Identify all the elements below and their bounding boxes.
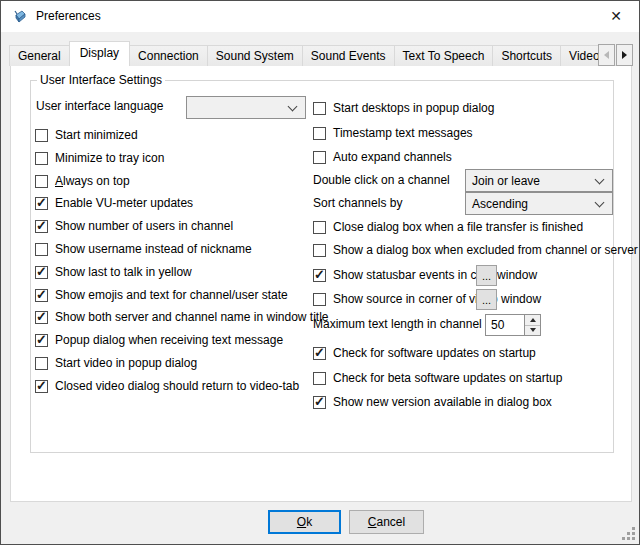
checkbox-start-minimized[interactable]: ✓ Start minimized [35, 125, 138, 145]
checkbox: ✓ [313, 127, 326, 140]
check-icon: ✓ [36, 218, 47, 233]
checkbox: ✓ [35, 243, 48, 256]
checkbox: ✓ [35, 220, 48, 233]
checkbox: ✓ [35, 152, 48, 165]
app-icon [12, 9, 28, 25]
window-title: Preferences [36, 1, 101, 32]
check-icon: ✓ [314, 394, 325, 409]
resize-grip[interactable] [621, 526, 635, 540]
checkbox-show-server-channel-name[interactable]: ✓ Show both server and channel name in w… [35, 307, 329, 327]
tab-scroll-buttons [597, 44, 633, 66]
check-icon: ✓ [36, 332, 47, 347]
check-icon: ✓ [36, 309, 47, 324]
arrow-up-icon [530, 318, 536, 322]
tab-bar: General Display Connection Sound System … [9, 41, 633, 66]
title-bar[interactable]: Preferences ✕ [1, 1, 639, 32]
language-label: User interface language [36, 96, 163, 116]
checkbox-check-beta-updates[interactable]: ✓ Check for beta software updates on sta… [313, 368, 562, 388]
check-icon: ✓ [36, 287, 47, 302]
close-button[interactable]: ✕ [603, 4, 629, 28]
user-interface-settings-group: User Interface Settings User interface l… [30, 80, 614, 453]
checkbox: ✓ [35, 357, 48, 370]
chevron-down-icon [595, 174, 605, 184]
checkbox: ✓ [35, 289, 48, 302]
checkbox-show-number-of-users[interactable]: ✓ Show number of users in channel [35, 216, 233, 236]
checkbox-popup-dialog-text-message[interactable]: ✓ Popup dialog when receiving text messa… [35, 330, 283, 350]
check-icon: ✓ [36, 378, 47, 393]
checkbox: ✓ [35, 266, 48, 279]
checkbox: ✓ [313, 347, 326, 360]
chevron-down-icon [595, 197, 605, 207]
checkbox-video-source[interactable]: ✓ Show source in corner of video window [313, 289, 541, 309]
checkbox-show-dialog-excluded[interactable]: ✓ Show a dialog box when excluded from c… [313, 240, 638, 260]
checkbox-auto-expand-channels[interactable]: ✓ Auto expand channels [313, 147, 452, 167]
tab-scroll-left-button[interactable] [598, 44, 615, 66]
checkbox-close-dialog-file-transfer[interactable]: ✓ Close dialog box when a file transfer … [313, 217, 583, 237]
double-click-row: Double click on a channel [313, 170, 450, 190]
checkbox: ✓ [313, 244, 326, 257]
checkbox-statusbar-events[interactable]: ✓ Show statusbar events in chat-window [313, 265, 537, 285]
checkbox: ✓ [313, 102, 326, 115]
checkbox-show-new-version[interactable]: ✓ Show new version available in dialog b… [313, 392, 552, 412]
sort-channels-label: Sort channels by [313, 193, 402, 213]
checkbox-show-emojis[interactable]: ✓ Show emojis and text for channel/user … [35, 285, 288, 305]
checkbox: ✓ [35, 311, 48, 324]
check-icon: ✓ [314, 267, 325, 282]
checkbox-enable-vu-meter[interactable]: ✓ Enable VU-meter updates [35, 193, 193, 213]
tab-shortcuts[interactable]: Shortcuts [492, 45, 561, 66]
checkbox-minimize-to-tray[interactable]: ✓ Minimize to tray icon [35, 148, 164, 168]
double-click-label: Double click on a channel [313, 170, 450, 190]
checkbox: ✓ [313, 396, 326, 409]
arrow-right-icon [622, 51, 627, 59]
checkbox: ✓ [35, 175, 48, 188]
checkbox: ✓ [313, 372, 326, 385]
tab-display[interactable]: Display [69, 41, 130, 66]
tab-connection[interactable]: Connection [129, 45, 208, 66]
checkbox: ✓ [313, 151, 326, 164]
checkbox: ✓ [35, 334, 48, 347]
checkbox-show-username[interactable]: ✓ Show username instead of nickname [35, 239, 252, 259]
language-select[interactable] [186, 96, 306, 119]
checkbox: ✓ [35, 197, 48, 210]
chevron-down-icon [288, 101, 298, 111]
statusbar-events-more-button[interactable]: ... [476, 265, 497, 286]
tab-sound-events[interactable]: Sound Events [302, 45, 395, 66]
tab-sound-system[interactable]: Sound System [207, 45, 303, 66]
checkbox-always-on-top[interactable]: ✓ Always on top [35, 171, 130, 191]
cancel-button[interactable]: Cancel [349, 510, 424, 534]
max-text-length-spinner[interactable]: 50 [485, 314, 541, 336]
checkbox: ✓ [313, 221, 326, 234]
video-source-more-button[interactable]: ... [476, 289, 497, 310]
group-title: User Interface Settings [37, 73, 165, 87]
checkbox: ✓ [313, 293, 326, 306]
checkbox: ✓ [313, 269, 326, 282]
arrow-left-icon [604, 51, 609, 59]
spin-up-button[interactable] [525, 315, 540, 326]
check-icon: ✓ [36, 195, 47, 210]
close-icon: ✕ [610, 8, 622, 24]
check-icon: ✓ [314, 345, 325, 360]
checkbox: ✓ [35, 380, 48, 393]
tab-content-pane: User Interface Settings User interface l… [10, 65, 632, 502]
checkbox-start-video-popup[interactable]: ✓ Start video in popup dialog [35, 353, 197, 373]
checkbox-closed-video-return[interactable]: ✓ Closed video dialog should return to v… [35, 376, 299, 396]
checkbox-check-updates[interactable]: ✓ Check for software updates on startup [313, 343, 536, 363]
max-text-length-row: Maximum text length in channel list [313, 314, 500, 334]
checkbox: ✓ [35, 129, 48, 142]
sort-channels-row: Sort channels by [313, 193, 402, 213]
tab-text-to-speech[interactable]: Text To Speech [394, 45, 494, 66]
checkbox-start-desktops-popup[interactable]: ✓ Start desktops in popup dialog [313, 98, 494, 118]
sort-channels-select[interactable]: Ascending [465, 192, 613, 215]
tab-general[interactable]: General [9, 45, 70, 66]
double-click-select[interactable]: Join or leave [465, 169, 613, 192]
checkbox-show-last-to-talk[interactable]: ✓ Show last to talk in yellow [35, 262, 192, 282]
checkbox-timestamp-messages[interactable]: ✓ Timestamp text messages [313, 123, 473, 143]
spin-down-button[interactable] [525, 326, 540, 336]
max-text-length-label: Maximum text length in channel list [313, 314, 500, 334]
tab-scroll-right-button[interactable] [616, 44, 633, 66]
preferences-window: Preferences ✕ User Interface Settings Us… [0, 0, 640, 545]
ok-button[interactable]: Ok [268, 510, 341, 534]
check-icon: ✓ [36, 264, 47, 279]
arrow-down-icon [530, 328, 536, 332]
